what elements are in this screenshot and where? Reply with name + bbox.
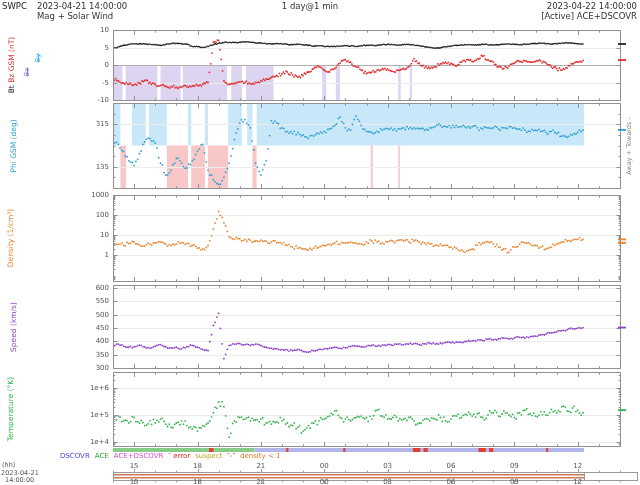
legend-item: ″ error <box>168 452 190 460</box>
status-label: [Active] ACE+DSCOVR <box>437 11 637 21</box>
brand: SWPC <box>2 1 27 11</box>
legend-item: suspect <box>195 452 222 460</box>
legend-item: ACE <box>95 452 109 460</box>
end-time: 2023-04-22 14:00:00 <box>437 1 637 11</box>
footer-time: 14:00:00 <box>5 476 34 484</box>
swpc-solar-wind-plot: 1050-5-10Bt Bz GSM (nT)Bx By315135Phi GS… <box>0 0 640 485</box>
plot-canvas <box>0 0 640 485</box>
legend-item: DSCOVR <box>60 452 90 460</box>
resolution-label: 1 day@1 min <box>240 1 380 11</box>
legend-item: ″‐″ <box>227 452 235 460</box>
legend-item: ACE+DSCOVR <box>114 452 164 460</box>
hh-axis-label: (hh) <box>2 461 15 469</box>
legend-item: density < 1 <box>240 452 280 460</box>
start-time: 2023-04-21 14:00:00 <box>37 1 127 11</box>
legend: DSCOVRACEACE+DSCOVR″ errorsuspect″‐″dens… <box>60 452 285 460</box>
plot-title: Mag + Solar Wind <box>37 11 113 21</box>
